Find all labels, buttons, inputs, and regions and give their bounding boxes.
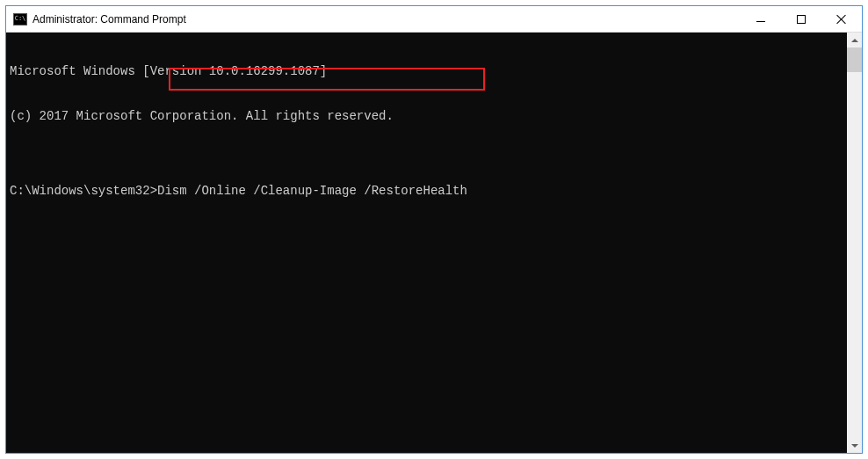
command-input[interactable]: Dism /Online /Cleanup-Image /RestoreHeal… [157,184,467,198]
maximize-button[interactable] [781,6,821,32]
cmd-icon: C:\ [13,13,27,26]
terminal-line: (c) 2017 Microsoft Corporation. All righ… [10,109,843,124]
chevron-down-icon [851,444,858,448]
terminal-area: Microsoft Windows [Version 10.0.16299.10… [6,33,862,453]
chevron-up-icon [851,39,858,42]
terminal[interactable]: Microsoft Windows [Version 10.0.16299.10… [6,33,847,453]
window-title: Administrator: Command Prompt [33,13,741,26]
scroll-down-button[interactable] [847,438,862,453]
vertical-scrollbar[interactable] [847,33,862,453]
cmd-icon-label: C:\ [15,16,26,22]
terminal-line: Microsoft Windows [Version 10.0.16299.10… [10,64,843,79]
close-button[interactable] [821,6,862,32]
close-icon [836,14,847,25]
minimize-button[interactable] [741,6,781,32]
prompt: C:\Windows\system32> [10,184,157,198]
window-controls [741,6,862,32]
minimize-icon [756,21,765,22]
maximize-icon [797,15,806,24]
titlebar[interactable]: C:\ Administrator: Command Prompt [6,6,862,33]
terminal-prompt-line: C:\Windows\system32>Dism /Online /Cleanu… [10,184,843,199]
scroll-up-button[interactable] [847,33,862,47]
command-prompt-window: C:\ Administrator: Command Prompt Micros… [5,5,863,454]
scroll-thumb[interactable] [847,47,862,72]
